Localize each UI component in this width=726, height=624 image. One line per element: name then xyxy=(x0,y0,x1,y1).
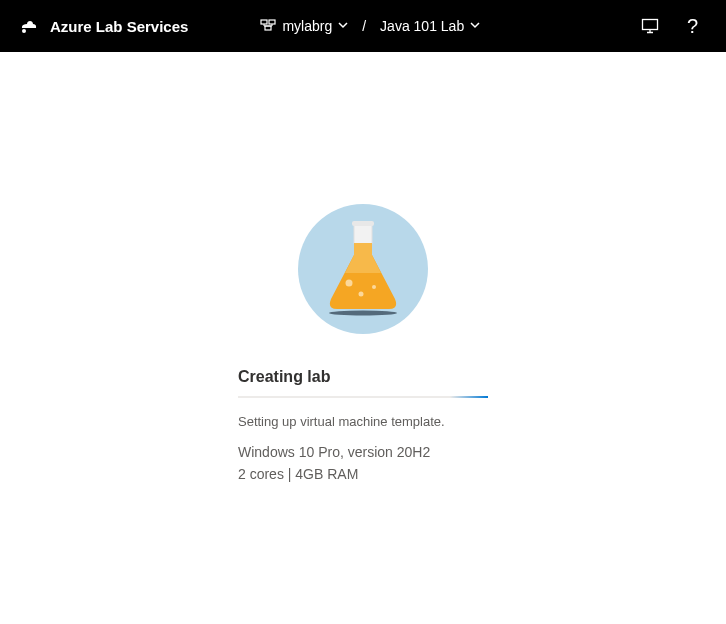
status-message: Setting up virtual machine template. xyxy=(238,414,488,429)
svg-point-0 xyxy=(22,29,26,33)
app-name: Azure Lab Services xyxy=(50,18,188,35)
azure-lab-logo-icon xyxy=(16,14,40,38)
vm-os: Windows 10 Pro, version 20H2 xyxy=(238,441,488,463)
status-title: Creating lab xyxy=(238,368,488,386)
top-navigation-bar: Azure Lab Services mylabrg / Java 101 La… xyxy=(0,0,726,52)
flask-icon xyxy=(319,219,407,319)
progress-indicator xyxy=(450,396,488,398)
progress-bar xyxy=(238,396,488,398)
flask-illustration xyxy=(298,204,428,334)
svg-rect-6 xyxy=(352,221,374,226)
breadcrumb-lab[interactable]: Java 101 Lab xyxy=(380,18,480,34)
breadcrumb-resource-group-label: mylabrg xyxy=(282,18,332,34)
breadcrumb: mylabrg / Java 101 Lab xyxy=(260,17,480,36)
topbar-actions: ? xyxy=(641,15,710,38)
help-icon[interactable]: ? xyxy=(687,15,698,38)
breadcrumb-resource-group[interactable]: mylabrg xyxy=(260,17,348,36)
svg-rect-5 xyxy=(354,223,372,245)
main-content: Creating lab Setting up virtual machine … xyxy=(0,52,726,486)
svg-rect-1 xyxy=(261,20,267,24)
svg-point-7 xyxy=(346,280,353,287)
app-logo-section[interactable]: Azure Lab Services xyxy=(16,14,188,38)
chevron-down-icon xyxy=(338,20,348,32)
monitor-icon[interactable] xyxy=(641,17,659,35)
chevron-down-icon xyxy=(470,20,480,32)
svg-point-8 xyxy=(359,292,364,297)
svg-point-10 xyxy=(329,311,397,316)
vm-specs: 2 cores | 4GB RAM xyxy=(238,463,488,485)
svg-rect-4 xyxy=(642,20,657,30)
breadcrumb-lab-label: Java 101 Lab xyxy=(380,18,464,34)
svg-rect-2 xyxy=(269,20,275,24)
svg-point-9 xyxy=(372,285,376,289)
breadcrumb-separator: / xyxy=(358,18,370,34)
status-section: Creating lab Setting up virtual machine … xyxy=(238,368,488,486)
resource-group-icon xyxy=(260,17,276,36)
svg-rect-3 xyxy=(265,26,271,30)
